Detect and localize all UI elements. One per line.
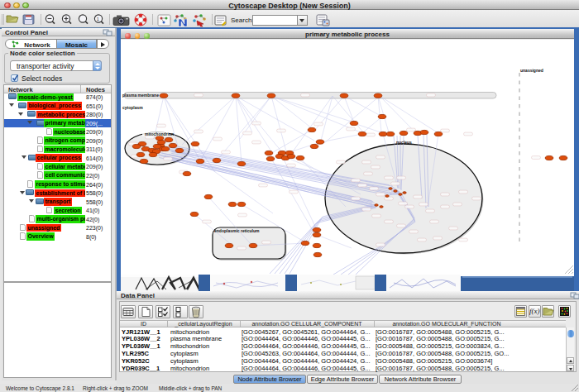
svg-text:1: 1 bbox=[97, 17, 99, 22]
svg-text:endoplasmic reticulum: endoplasmic reticulum bbox=[214, 228, 260, 233]
svg-text:mitochondrion: mitochondrion bbox=[145, 131, 174, 136]
svg-text:cytoplasm: cytoplasm bbox=[122, 105, 143, 110]
svg-text:plasma membrane: plasma membrane bbox=[122, 93, 159, 98]
svg-text:unassigned: unassigned bbox=[520, 68, 543, 73]
svg-text:nucleus: nucleus bbox=[396, 140, 412, 145]
